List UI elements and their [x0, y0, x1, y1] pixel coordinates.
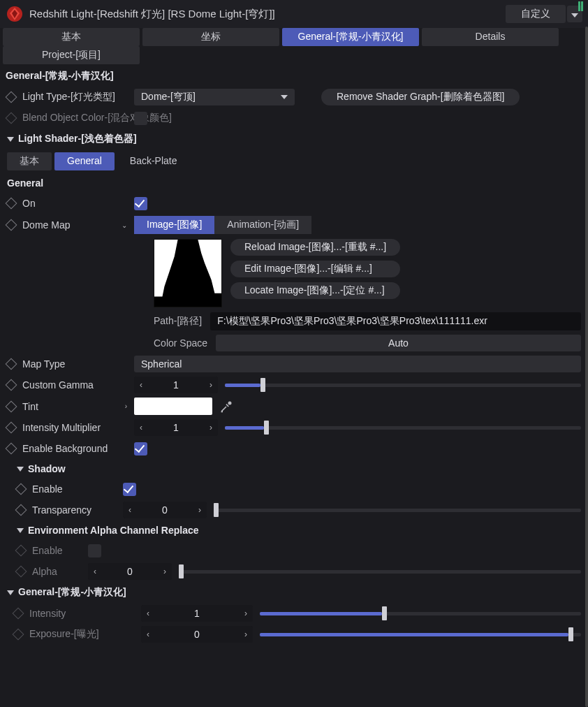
env-alpha-alpha-label: Alpha [32, 566, 57, 577]
titlebar: Redshift Light-[Redshift 灯光] [RS Dome Li… [0, 0, 588, 28]
subtab-general[interactable]: General [54, 152, 115, 170]
exposure-spinner[interactable]: ‹ 0 › [141, 626, 253, 643]
custom-gamma-spinner[interactable]: ‹ 1 › [134, 377, 218, 393]
group-general3-toggle[interactable]: General-[常规-小青汉化] [0, 582, 588, 603]
spinner-decrease-icon[interactable]: ‹ [134, 420, 148, 435]
spinner-decrease-icon[interactable]: ‹ [134, 377, 148, 393]
custom-gamma-slider[interactable] [225, 378, 581, 392]
eyedropper-icon[interactable] [219, 400, 233, 414]
keyframe-diamond-icon[interactable] [6, 443, 17, 455]
vertical-scrollbar[interactable] [585, 27, 588, 707]
dome-map-image-toggle[interactable]: Image-[图像] [134, 216, 214, 234]
window-title: Redshift Light-[Redshift 灯光] [RS Dome Li… [29, 8, 506, 21]
shadow-transparency-slider[interactable] [214, 503, 581, 517]
keyframe-diamond-icon[interactable] [6, 219, 17, 231]
light-type-label: Light Type-[灯光类型] [22, 91, 115, 103]
map-type-label: Map Type [22, 358, 65, 370]
spinner-decrease-icon[interactable]: ‹ [141, 606, 155, 621]
triangle-down-icon [7, 590, 14, 595]
tab-coord[interactable]: 坐标 [142, 28, 279, 46]
path-label: Path-[路径] [154, 315, 202, 328]
env-alpha-spinner[interactable]: ‹ 0 › [88, 563, 172, 580]
dome-map-animation-toggle[interactable]: Animation-[动画] [214, 216, 311, 234]
tint-label: Tint [22, 401, 38, 412]
spinner-increase-icon[interactable]: › [193, 502, 207, 518]
group-env-alpha-toggle[interactable]: Environment Alpha Channel Replace [0, 520, 588, 540]
on-checkbox[interactable] [134, 197, 147, 210]
keyframe-diamond-icon[interactable] [13, 629, 24, 641]
edit-image-button[interactable]: Edit Image-[图像]...-[编辑 #...] [230, 261, 400, 277]
intensity-spinner[interactable]: ‹ 1 › [141, 605, 253, 622]
env-alpha-enable-checkbox[interactable] [88, 544, 101, 557]
color-space-dropdown[interactable]: Auto [216, 335, 581, 351]
keyframe-diamond-icon[interactable] [6, 379, 17, 391]
subtab-backplate[interactable]: Back-Plate [117, 152, 190, 170]
custom-gamma-label: Custom Gamma [22, 379, 94, 391]
shadow-transparency-spinner[interactable]: ‹ 0 › [123, 502, 207, 518]
env-alpha-slider[interactable] [179, 564, 581, 578]
subtab-basic[interactable]: 基本 [7, 152, 52, 170]
keyframe-diamond-icon[interactable] [6, 112, 17, 124]
chevron-down-icon[interactable]: ⌄ [122, 221, 127, 229]
path-field[interactable]: F:\模型\坚果Pro3\坚果Pro3\坚果Pro3\坚果Pro3\tex\11… [210, 312, 581, 330]
keyframe-diamond-icon[interactable] [13, 608, 24, 620]
tint-color-swatch[interactable] [134, 398, 212, 415]
layout-preset-dropdown[interactable]: 自定义 [506, 5, 582, 23]
env-alpha-enable-label: Enable [32, 545, 63, 556]
spinner-increase-icon[interactable]: › [204, 377, 218, 393]
tab-basic[interactable]: 基本 [3, 28, 140, 46]
group-light-shader-toggle[interactable]: Light Shader-[浅色着色器] [0, 129, 588, 150]
chevron-down-icon [571, 13, 578, 17]
intensity-multiplier-label: Intensity Multiplier [22, 422, 101, 433]
intensity-label: Intensity [29, 608, 66, 619]
keyframe-diamond-icon[interactable] [15, 483, 27, 495]
blend-object-color-checkbox[interactable] [134, 112, 147, 125]
locate-image-button[interactable]: Locate Image-[图像]...-[定位 #...] [230, 282, 400, 299]
spinner-increase-icon[interactable]: › [239, 627, 253, 642]
keyframe-diamond-icon[interactable] [15, 545, 27, 557]
spinner-decrease-icon[interactable]: ‹ [141, 627, 155, 642]
triangle-down-icon [7, 137, 14, 142]
keyframe-diamond-icon[interactable] [15, 566, 27, 578]
svg-point-1 [228, 401, 232, 404]
exposure-slider[interactable] [260, 627, 581, 641]
spinner-increase-icon[interactable]: › [204, 420, 218, 435]
intensity-multiplier-spinner[interactable]: ‹ 1 › [134, 419, 218, 436]
keyframe-diamond-icon[interactable] [6, 358, 17, 370]
keyframe-diamond-icon[interactable] [6, 198, 17, 210]
remove-shader-graph-button[interactable]: Remove Shader Graph-[删除着色器图] [321, 89, 520, 105]
light-type-dropdown[interactable]: Dome-[穹顶] [134, 89, 295, 105]
section-general-title: General-[常规-小青汉化] [0, 64, 588, 87]
chevron-right-icon[interactable]: › [125, 402, 127, 410]
exposure-label: Exposure-[曝光] [29, 628, 99, 641]
tab-details[interactable]: Details [422, 28, 559, 46]
map-type-dropdown[interactable]: Spherical [134, 356, 581, 372]
keyframe-diamond-icon[interactable] [6, 400, 17, 412]
tab-general[interactable]: General-[常规-小青汉化] [282, 28, 419, 46]
shadow-enable-label: Enable [32, 483, 63, 495]
enable-background-checkbox[interactable] [134, 442, 147, 455]
keyframe-diamond-icon[interactable] [6, 92, 17, 103]
enable-background-label: Enable Background [22, 443, 108, 454]
keyframe-diamond-icon[interactable] [6, 422, 17, 434]
group-shadow-toggle[interactable]: Shadow [0, 459, 588, 479]
blend-object-color-label: Blend Object Color-[混合对象颜色] [22, 112, 172, 124]
reload-image-button[interactable]: Reload Image-[图像]...-[重载 #...] [230, 239, 400, 256]
general-subheader: General [0, 173, 588, 193]
shadow-transparency-label: Transparency [32, 504, 91, 516]
intensity-multiplier-slider[interactable] [225, 421, 581, 435]
chevron-down-icon [281, 95, 288, 99]
triangle-down-icon [17, 528, 24, 533]
triangle-down-icon [17, 467, 24, 472]
color-space-label: Color Space [154, 337, 207, 349]
spinner-increase-icon[interactable]: › [239, 606, 253, 621]
shadow-enable-checkbox[interactable] [123, 483, 136, 496]
spinner-decrease-icon[interactable]: ‹ [123, 502, 137, 518]
spinner-increase-icon[interactable]: › [158, 564, 172, 579]
keyframe-diamond-icon[interactable] [15, 504, 27, 516]
on-label: On [22, 198, 36, 209]
tab-project[interactable]: Project-[项目] [3, 46, 140, 64]
texture-thumbnail[interactable] [154, 239, 222, 307]
intensity-slider[interactable] [260, 606, 581, 620]
spinner-decrease-icon[interactable]: ‹ [88, 564, 102, 579]
